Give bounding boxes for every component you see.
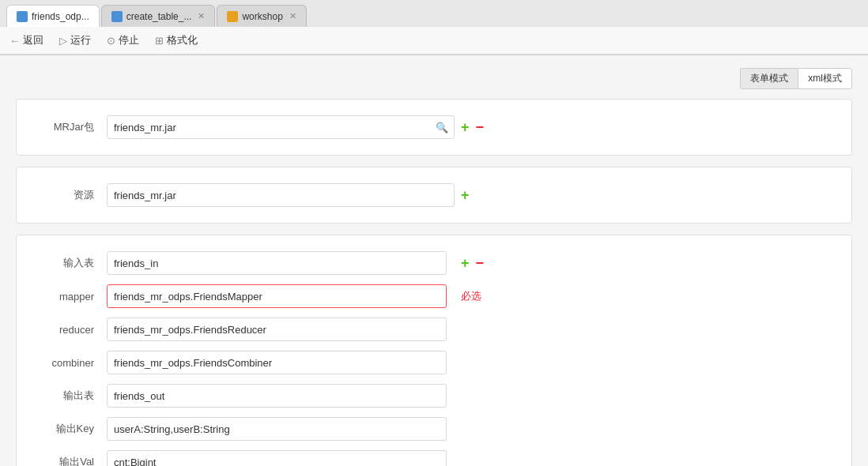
output-key-row: 输出Key (36, 417, 832, 441)
format-label: 格式化 (167, 33, 198, 47)
output-table-row: 输出表 (36, 384, 832, 408)
mrjar-input[interactable] (107, 115, 455, 139)
back-label: 返回 (23, 33, 43, 47)
format-icon: ⊞ (155, 35, 164, 47)
mapper-input-wrap (107, 284, 455, 308)
input-table-input[interactable] (107, 251, 447, 275)
output-table-label: 输出表 (36, 389, 107, 403)
tab-friends-odp[interactable]: friends_odp... (6, 5, 100, 27)
output-key-input[interactable] (107, 417, 447, 441)
back-icon: ← (9, 35, 20, 47)
reducer-input[interactable] (107, 318, 447, 341)
output-key-label: 输出Key (36, 422, 107, 436)
mode-buttons: 表单模式 xml模式 (16, 68, 852, 89)
output-table-input-wrap (107, 384, 455, 408)
combiner-input-wrap (107, 351, 455, 374)
reducer-row: reducer (36, 318, 832, 341)
config-card: 输入表 + − mapper 必选 reducer (16, 235, 852, 466)
mrjar-input-wrap: 🔍 (107, 115, 455, 139)
tab-close-3[interactable]: ✕ (289, 11, 296, 21)
mapper-label: mapper (36, 291, 107, 303)
back-button[interactable]: ← 返回 (9, 33, 43, 47)
resource-input[interactable] (107, 183, 455, 207)
reducer-label: reducer (36, 324, 107, 336)
run-label: 运行 (70, 33, 91, 47)
input-table-add-button[interactable]: + (461, 255, 470, 272)
tab-label-3: workshop (242, 11, 282, 22)
tab-workshop[interactable]: workshop ✕ (217, 5, 306, 27)
tab-favicon-1 (17, 11, 28, 22)
resource-label: 资源 (36, 188, 107, 202)
tab-favicon-2 (111, 11, 123, 22)
tab-label-2: create_table_... (126, 11, 192, 22)
mrjar-row: MRJar包 🔍 + − (36, 115, 832, 139)
format-button[interactable]: ⊞ 格式化 (155, 33, 198, 47)
mrjar-actions: + − (461, 119, 484, 136)
mrjar-label: MRJar包 (36, 120, 107, 134)
output-val-label: 输出Val (36, 455, 107, 466)
run-button[interactable]: ▷ 运行 (59, 33, 91, 47)
mrjar-add-button[interactable]: + (461, 119, 470, 136)
run-icon: ▷ (59, 35, 67, 47)
input-table-label: 输入表 (36, 256, 107, 270)
output-val-input[interactable] (107, 450, 447, 466)
combiner-input[interactable] (107, 351, 447, 374)
tab-create-table[interactable]: create_table_... ✕ (101, 5, 216, 27)
tab-close-2[interactable]: ✕ (198, 11, 205, 21)
form-mode-button[interactable]: 表单模式 (740, 68, 798, 89)
combiner-row: combiner (36, 351, 832, 374)
tab-label-1: friends_odp... (32, 11, 89, 22)
resource-add-button[interactable]: + (461, 187, 470, 204)
output-key-input-wrap (107, 417, 455, 441)
mapper-row: mapper 必选 (36, 284, 832, 308)
stop-button[interactable]: ⊙ 停止 (107, 33, 139, 47)
resource-input-wrap (107, 183, 455, 207)
resource-card: 资源 + (16, 167, 852, 224)
output-val-row: 输出Val (36, 450, 832, 466)
output-val-input-wrap (107, 450, 455, 466)
main-content: 表单模式 xml模式 MRJar包 🔍 + − 资源 + (0, 55, 868, 466)
mapper-input[interactable] (107, 284, 447, 308)
input-table-row: 输入表 + − (36, 251, 832, 275)
mapper-actions: 必选 (461, 289, 481, 303)
resource-row: 资源 + (36, 183, 832, 207)
mapper-required-label: 必选 (461, 289, 481, 303)
tab-favicon-3 (227, 11, 238, 22)
mrjar-remove-button[interactable]: − (476, 119, 485, 136)
resource-actions: + (461, 187, 470, 204)
input-table-input-wrap (107, 251, 455, 275)
xml-mode-button[interactable]: xml模式 (798, 68, 852, 89)
reducer-input-wrap (107, 318, 455, 341)
stop-label: 停止 (119, 33, 139, 47)
stop-icon: ⊙ (107, 35, 115, 47)
input-table-remove-button[interactable]: − (476, 255, 485, 272)
output-table-input[interactable] (107, 384, 447, 408)
combiner-label: combiner (36, 357, 107, 369)
search-icon: 🔍 (436, 122, 448, 133)
toolbar: ← 返回 ▷ 运行 ⊙ 停止 ⊞ 格式化 (0, 27, 868, 54)
input-table-actions: + − (461, 255, 484, 272)
mrjar-card: MRJar包 🔍 + − (16, 99, 852, 156)
